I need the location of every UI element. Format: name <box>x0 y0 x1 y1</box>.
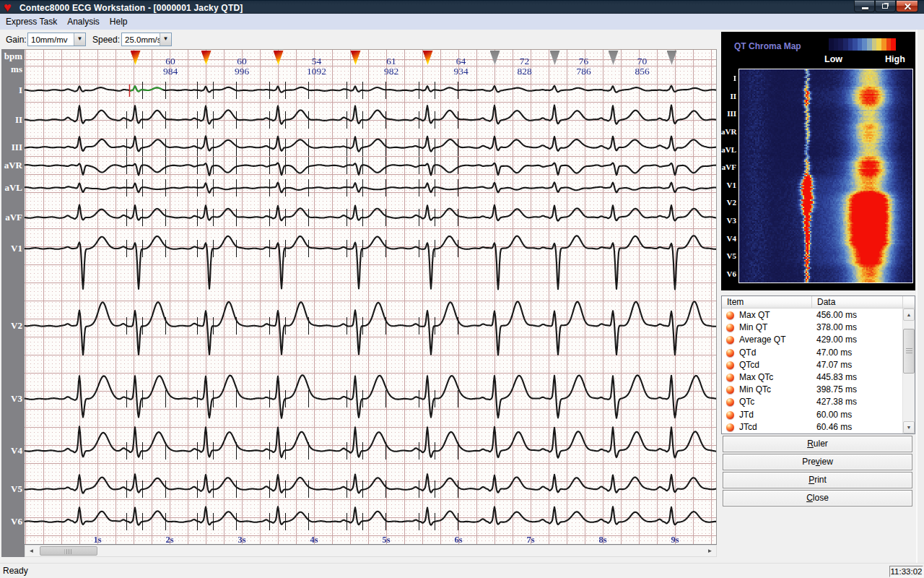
color-scale-step <box>872 38 877 51</box>
speed-combobox[interactable]: 25.0mm/s ▼ <box>121 33 172 46</box>
restore-button[interactable] <box>875 1 896 12</box>
gain-value: 10mm/mv <box>31 35 67 44</box>
row-bullet-icon <box>726 374 734 381</box>
lead-label-III: III <box>12 142 22 152</box>
title-bar[interactable]: ♥ Contec8000 ECG Workstation - [0000001 … <box>0 0 924 14</box>
ecg-lead-label-column: bpmmsIIIIIIaVRaVLaVFV1V2V3V4V5V6 <box>1 49 25 557</box>
qt-table-scrollbar[interactable]: ▲ ▼ <box>902 309 915 434</box>
lead-label-V4: V4 <box>11 445 22 456</box>
color-scale-step <box>853 38 858 51</box>
menu-analysis[interactable]: Analysis <box>62 14 105 30</box>
color-scale-step <box>834 38 839 51</box>
chroma-heatmap-canvas <box>739 69 912 282</box>
table-row-jtcd[interactable]: JTcd60.46 ms <box>722 421 902 434</box>
lead-label-I: I <box>19 85 22 95</box>
interval-ms-7: 786 <box>576 66 590 77</box>
lead-label-aVL: aVL <box>4 182 22 193</box>
app-heart-icon: ♥ <box>4 1 12 14</box>
qt-chroma-map-panel: QT Chroma Map Low High IIIIIIaVRaVLaVFV1… <box>721 32 915 290</box>
window-caption-buttons <box>854 1 918 12</box>
column-header-item[interactable]: Item <box>722 296 812 309</box>
column-header-data[interactable]: Data <box>812 296 903 309</box>
table-row-qtd[interactable]: QTd47.00 ms <box>722 347 902 359</box>
scrollbar-thumb[interactable] <box>40 546 97 556</box>
table-row-qtc[interactable]: QTc427.38 ms <box>722 396 902 408</box>
table-row-jtd[interactable]: JTd60.00 ms <box>722 409 902 421</box>
minimize-button[interactable] <box>854 1 875 12</box>
chroma-lead-label-V2: V2 <box>721 198 736 207</box>
chroma-high-label: High <box>885 54 905 64</box>
speed-combo-arrow-icon[interactable]: ▼ <box>160 33 171 46</box>
scroll-up-arrow-icon[interactable]: ▲ <box>903 309 915 321</box>
scrollbar-grip-icon <box>65 549 73 554</box>
row-bullet-icon <box>726 398 734 406</box>
chroma-low-label: Low <box>824 54 842 64</box>
minimize-icon <box>862 7 868 9</box>
row-bullet-icon <box>726 411 734 419</box>
status-text: Ready <box>3 566 28 576</box>
ruler-button[interactable]: Ruler <box>723 436 912 452</box>
qt-table-rows: Max QT456.00 msMin QT378.00 msAverage QT… <box>722 309 902 434</box>
preview-button[interactable]: Preview <box>723 454 912 470</box>
row-bullet-icon <box>726 386 734 394</box>
qt-table: Item Data Max QT456.00 msMin QT378.00 ms… <box>721 296 915 434</box>
time-label-2s: 2s <box>165 535 173 544</box>
close-button[interactable]: Close <box>723 490 912 506</box>
lead-label-aVR: aVR <box>4 160 22 171</box>
table-row-max-qtc[interactable]: Max QTc445.83 ms <box>722 371 902 384</box>
time-label-6s: 6s <box>454 535 462 544</box>
color-scale-step <box>891 38 896 51</box>
row-bullet-icon <box>726 349 734 357</box>
row-bullet-icon <box>726 361 734 369</box>
row-data-value: 445.83 ms <box>816 372 857 382</box>
menu-express-task[interactable]: Express Task <box>1 14 62 30</box>
menu-help[interactable]: Help <box>105 14 133 30</box>
window-title: Contec8000 ECG Workstation - [0000001 Ja… <box>19 3 243 13</box>
unit-label-bpm: bpm <box>4 51 22 61</box>
gain-combo-arrow-icon[interactable]: ▼ <box>74 33 85 46</box>
table-row-min-qt[interactable]: Min QT378.00 ms <box>722 322 902 334</box>
chroma-lead-label-III: III <box>721 109 736 118</box>
chroma-map-title: QT Chroma Map <box>734 41 801 51</box>
row-data-value: 60.46 ms <box>816 422 852 432</box>
row-data-value: 427.38 ms <box>816 397 857 407</box>
row-item-label: Min QT <box>739 322 767 332</box>
table-row-average-qt[interactable]: Average QT429.00 ms <box>722 334 902 346</box>
chroma-lead-label-V6: V6 <box>721 269 736 278</box>
row-data-value: 429.00 ms <box>816 335 857 345</box>
interval-ms-4: 982 <box>384 66 398 77</box>
scroll-down-arrow-icon[interactable]: ▼ <box>903 421 915 434</box>
chroma-lead-label-I: I <box>721 74 736 82</box>
table-row-min-qtc[interactable]: Min QTc398.75 ms <box>722 384 902 396</box>
row-item-label: QTcd <box>739 360 759 370</box>
row-data-value: 378.00 ms <box>816 322 857 332</box>
qt-scrollbar-grip-icon <box>906 348 912 354</box>
print-button[interactable]: Print <box>723 472 912 488</box>
color-scale-step <box>838 38 843 51</box>
row-data-value: 60.00 ms <box>816 410 852 420</box>
lead-label-V1: V1 <box>11 243 22 254</box>
color-scale-step <box>862 38 867 51</box>
gain-combobox[interactable]: 10mm/mv ▼ <box>27 33 86 46</box>
table-row-qtcd[interactable]: QTcd47.07 ms <box>722 359 902 371</box>
unit-label-ms: ms <box>11 64 22 74</box>
row-item-label: JTcd <box>739 422 757 432</box>
chroma-color-scale <box>829 38 896 51</box>
interval-ms-5: 934 <box>453 66 468 77</box>
color-scale-step <box>829 38 834 51</box>
table-row-max-qt[interactable]: Max QT456.00 ms <box>722 309 902 322</box>
right-edge-strip <box>916 30 924 563</box>
row-item-label: Max QT <box>739 310 770 320</box>
qt-scrollbar-thumb[interactable] <box>903 329 915 374</box>
row-item-label: QTd <box>739 348 756 358</box>
time-label-8s: 8s <box>598 535 606 544</box>
speed-label: Speed: <box>92 35 120 45</box>
close-button[interactable] <box>896 1 918 12</box>
ecg-trace-canvas <box>25 50 717 544</box>
ecg-horizontal-scrollbar[interactable]: ◄ ► <box>25 545 717 557</box>
chroma-lead-label-V5: V5 <box>721 251 736 260</box>
scroll-left-arrow-icon[interactable]: ◄ <box>25 545 38 556</box>
status-bar: Ready 11:33:02 <box>0 563 924 578</box>
row-data-value: 47.00 ms <box>816 348 852 358</box>
scroll-right-arrow-icon[interactable]: ► <box>704 545 716 556</box>
